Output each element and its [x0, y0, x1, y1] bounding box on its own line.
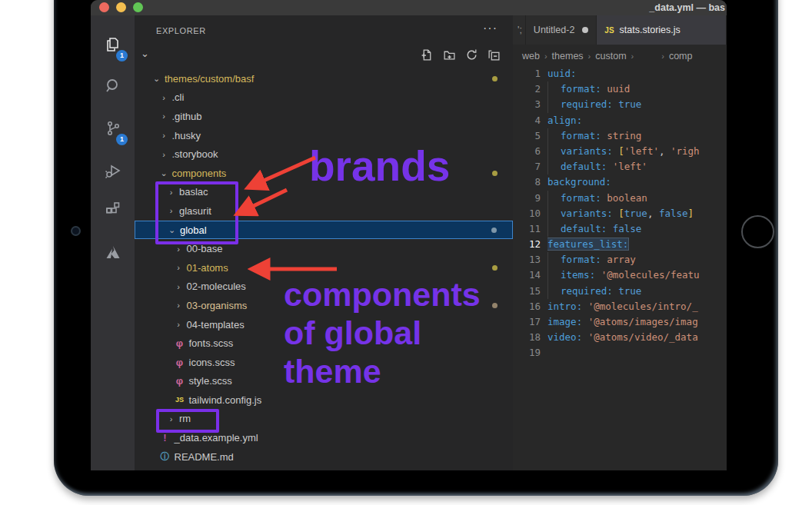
git-status-dot: [492, 76, 498, 81]
tree-item-label: 04-templates: [187, 319, 245, 331]
tree-item-readme-md[interactable]: ⓘREADME.md: [135, 447, 513, 467]
explorer-icon[interactable]: 1: [91, 28, 135, 61]
line-number: 9: [513, 191, 547, 206]
search-icon[interactable]: [91, 69, 135, 103]
code-token: uuid:: [547, 68, 577, 79]
code-token: image:: [547, 316, 588, 327]
indent-guide: [547, 81, 561, 97]
new-folder-icon[interactable]: [442, 48, 456, 61]
breadcrumb-separator: ›: [544, 51, 547, 61]
tree-item-01-atoms[interactable]: ›01-atoms: [135, 258, 513, 277]
line-number: 13: [513, 252, 547, 267]
code-line-2: 2format: uuid: [513, 81, 727, 97]
breadcrumb-item-comp[interactable]: comp: [669, 51, 693, 61]
code-token: 'left': [613, 161, 647, 172]
git-status-dot: [491, 228, 497, 233]
code-token: 'left': [624, 145, 659, 157]
tree-item-themes-custom-basf[interactable]: ⌄themes/custom/basf: [135, 69, 513, 88]
minimize-button[interactable]: [116, 2, 126, 12]
code-token: [: [618, 208, 624, 219]
tab-untitled-2[interactable]: Untitled-2: [526, 15, 597, 45]
refresh-explorer-icon[interactable]: [464, 48, 478, 61]
tree-item--cli[interactable]: ›.cli: [135, 88, 513, 108]
chevron-down-icon[interactable]: ⌄: [141, 48, 149, 59]
explorer-title: EXPLORER: [156, 26, 206, 35]
collapse-folders-icon[interactable]: [487, 48, 501, 61]
new-file-icon[interactable]: [420, 48, 434, 61]
more-actions-icon[interactable]: ···: [483, 22, 498, 35]
code-line-text: format: uuid: [547, 81, 727, 97]
close-button[interactable]: [99, 2, 109, 12]
code-token: required:: [561, 285, 618, 297]
breadcrumb-item-web[interactable]: web: [522, 51, 540, 61]
code-line-19: 19: [513, 345, 727, 360]
tablet-home-button[interactable]: [741, 215, 774, 248]
modified-dot-icon: [582, 27, 588, 33]
source-control-icon[interactable]: 1: [91, 111, 135, 145]
breadcrumb-separator: ›: [631, 51, 634, 61]
breadcrumb-item-custom[interactable]: custom: [595, 51, 626, 61]
chevron-right-icon: ›: [174, 263, 184, 272]
line-number: 7: [513, 159, 547, 174]
line-number: 11: [513, 221, 547, 237]
info-file-icon: ⓘ: [159, 450, 171, 463]
azure-icon[interactable]: [91, 235, 135, 269]
code-line-text: variants: [true, false]: [547, 206, 727, 221]
breadcrumb-item-themes[interactable]: themes: [552, 51, 584, 61]
yaml-file-icon: !: [159, 432, 171, 444]
line-number: 6: [513, 144, 547, 159]
code-token: false: [659, 208, 688, 219]
line-number: 5: [513, 128, 547, 144]
tree-item-label: 02-molecules: [187, 281, 246, 292]
tree-item-label: 01-atoms: [187, 262, 228, 274]
line-number: 15: [513, 284, 547, 299]
annotation-components: components of global theme: [284, 275, 481, 390]
js-file-icon: JS: [174, 396, 186, 404]
tree-item-label: tailwind.config.js: [189, 394, 262, 406]
tab-label: Untitled-2: [534, 25, 575, 35]
indent-guide: [547, 267, 561, 283]
code-token: 'righ: [671, 145, 700, 157]
code-line-text: items: '@molecules/featu: [547, 267, 727, 283]
code-token: true: [618, 98, 641, 110]
code-token: '@atoms/images/imag: [588, 316, 698, 327]
code-token: intro:: [547, 301, 588, 312]
code-line-text: required: true: [547, 284, 727, 299]
code-token: '@molecules/featu: [601, 269, 700, 281]
chevron-right-icon: ›: [159, 93, 169, 102]
chevron-right-icon: ›: [174, 282, 184, 291]
code-token: format:: [561, 83, 607, 95]
tab-label: ';: [517, 25, 522, 35]
extensions-icon[interactable]: [91, 192, 135, 226]
code-editor[interactable]: 1uuid:2format: uuid3required: true4align…: [513, 66, 727, 361]
indent-guide: [547, 221, 561, 237]
code-line-text: format: array: [547, 252, 727, 267]
source-control-badge: 1: [116, 134, 128, 145]
code-token: features_list:: [547, 238, 628, 250]
explorer-toolbar: [420, 48, 501, 61]
chevron-right-icon: ›: [174, 244, 184, 254]
code-line-text: required: true: [547, 97, 727, 112]
indent-guide: [547, 144, 561, 159]
breadcrumb-separator: ›: [588, 51, 591, 61]
line-number: 3: [513, 97, 547, 112]
line-number: 4: [513, 113, 547, 128]
zoom-button[interactable]: [133, 2, 143, 12]
tree-item--github[interactable]: ›.github: [135, 107, 513, 126]
code-token: string: [607, 130, 641, 141]
line-number: 1: [513, 66, 547, 81]
window-title: _data.yml — bas: [525, 2, 725, 13]
tree-item-label: style.scss: [189, 375, 232, 387]
tab-stats-stories-js[interactable]: JSstats.stories.js: [597, 15, 727, 45]
tab--[interactable]: ';: [513, 15, 526, 45]
line-number: 8: [513, 174, 547, 190]
indent-guide: [547, 252, 561, 267]
run-debug-icon[interactable]: [91, 154, 135, 188]
tablet-camera: [71, 226, 81, 236]
tree-item-tailwind-config-js[interactable]: JStailwind.config.js: [135, 390, 513, 410]
sass-file-icon: φ: [174, 357, 186, 368]
annotation-line: components: [284, 275, 481, 314]
code-line-text: default: false: [547, 221, 727, 237]
code-token: items:: [561, 269, 601, 281]
annotation-line: of global: [284, 314, 481, 352]
